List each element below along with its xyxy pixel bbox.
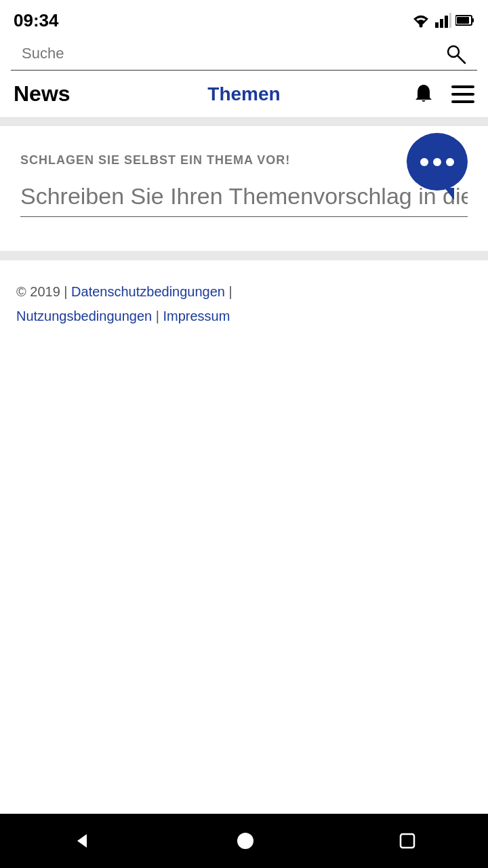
android-recents-button[interactable] [399, 832, 416, 850]
home-circle-icon [235, 831, 256, 851]
footer-sep2: | [156, 309, 159, 323]
search-input[interactable] [22, 45, 445, 62]
dot-3 [446, 158, 454, 166]
nav-themen-label[interactable]: Themen [167, 83, 321, 105]
notification-bell-button[interactable] [412, 83, 435, 106]
footer-datenschutz-link[interactable]: Datenschutzbedingungen [71, 284, 225, 299]
signal-icon [435, 13, 451, 28]
footer-copyright: © 2019 | [16, 284, 68, 299]
svg-point-0 [420, 24, 423, 28]
wifi-icon [411, 13, 431, 28]
svg-rect-11 [451, 93, 474, 96]
android-nav-bar [0, 814, 488, 868]
proposal-label: SCHLAGEN SIE SELBST EIN THEMA VOR! [20, 153, 468, 167]
nav-bar: News Themen [0, 71, 488, 118]
search-bar [11, 37, 477, 71]
svg-line-9 [458, 56, 465, 63]
status-bar: 09:34 [0, 0, 488, 37]
svg-rect-10 [451, 85, 474, 88]
bell-icon [412, 83, 435, 106]
dot-1 [420, 158, 428, 166]
hamburger-icon [451, 85, 474, 103]
bottom-separator [0, 251, 488, 260]
chat-bubble-button[interactable] [407, 133, 468, 191]
chat-dots [420, 158, 454, 166]
nav-icons [321, 83, 474, 106]
main-content: SCHLAGEN SIE SELBST EIN THEMA VOR! [0, 126, 488, 251]
svg-rect-1 [435, 22, 439, 28]
svg-rect-4 [449, 13, 451, 28]
footer-sep1: | [229, 284, 232, 299]
top-separator [0, 118, 488, 126]
svg-rect-6 [457, 17, 469, 24]
android-home-button[interactable] [235, 831, 256, 851]
search-icon [445, 43, 466, 64]
svg-rect-2 [440, 19, 443, 28]
back-arrow-icon [72, 831, 92, 851]
svg-rect-15 [401, 834, 414, 848]
svg-rect-12 [451, 100, 474, 103]
svg-rect-3 [445, 16, 448, 28]
android-back-button[interactable] [72, 831, 92, 851]
search-button[interactable] [445, 43, 466, 64]
hamburger-menu-button[interactable] [451, 85, 474, 103]
battery-icon [455, 14, 474, 26]
proposal-input[interactable] [20, 181, 468, 217]
svg-point-14 [237, 833, 253, 849]
footer-impressum-link[interactable]: Impressum [163, 309, 230, 323]
recents-square-icon [399, 832, 416, 850]
svg-rect-7 [472, 18, 474, 22]
status-icons [411, 13, 474, 28]
dot-2 [433, 158, 441, 166]
status-time: 09:34 [14, 10, 59, 31]
footer-nutzung-link[interactable]: Nutzungsbedingungen [16, 309, 152, 323]
nav-news-label[interactable]: News [14, 81, 167, 106]
footer: © 2019 | Datenschutzbedingungen | Nutzun… [0, 260, 488, 814]
svg-marker-13 [77, 834, 87, 848]
